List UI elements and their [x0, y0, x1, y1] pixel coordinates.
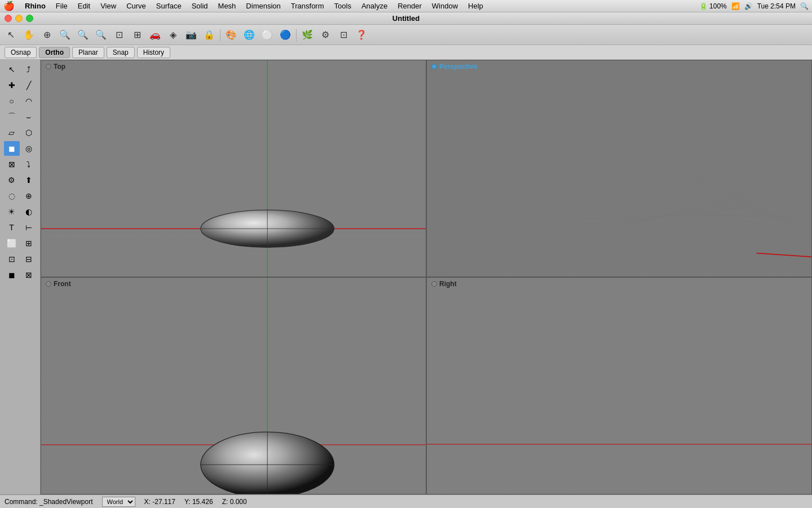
lt-draft[interactable]: T [4, 220, 20, 235]
minimize-button[interactable] [15, 15, 23, 22]
lt-misc1[interactable]: ◼ [4, 268, 20, 282]
snap-snap[interactable]: Snap [107, 47, 135, 58]
menu-render[interactable]: Render [393, 1, 426, 11]
menu-time: Tue 2:54 PM [757, 2, 796, 10]
sphere[interactable]: ⚪ [259, 27, 276, 43]
select-tool[interactable]: ↖ [2, 27, 19, 43]
lt-analyze2[interactable]: ⊕ [21, 189, 37, 203]
lt-select[interactable]: ↖ [4, 62, 20, 77]
grass[interactable]: 🌿 [299, 27, 316, 43]
status-world-container: World [102, 497, 135, 507]
menu-analyze[interactable]: Analyze [357, 1, 392, 11]
lt-row-8: ⚙ ⬆ [4, 173, 37, 187]
menu-help[interactable]: Help [464, 1, 488, 11]
menu-edit[interactable]: Edit [73, 1, 95, 11]
lt-row-6: ◼ ◎ [4, 141, 37, 156]
maximize-button[interactable] [26, 15, 33, 22]
lt-row-7: ⊠ ⤵ [4, 157, 37, 172]
snap-ortho[interactable]: Ortho [39, 47, 70, 58]
rotate[interactable]: 🚗 [147, 27, 164, 43]
menu-solid[interactable]: Solid [187, 1, 213, 11]
status-x: X: -27.117 [144, 498, 175, 506]
lt-dim[interactable]: ⊢ [21, 220, 37, 235]
menu-rhino[interactable]: Rhino [20, 1, 50, 11]
lt-row-3: ○ ◠ [4, 94, 37, 108]
globe[interactable]: 🌐 [241, 27, 258, 43]
lt-transform2[interactable]: ⬆ [21, 173, 37, 187]
lt-circle[interactable]: ○ [4, 94, 20, 108]
lt-transform1[interactable]: ⚙ [4, 173, 20, 187]
camera[interactable]: 📷 [183, 27, 200, 43]
toolbar-separator-2 [296, 29, 297, 41]
lt-polygon[interactable]: ⬡ [21, 125, 37, 140]
lt-lasso[interactable]: ⤴ [21, 62, 37, 77]
svg-rect-46 [427, 278, 811, 494]
render-btn[interactable]: 🔵 [277, 27, 294, 43]
menubar: 🍎 Rhino File Edit View Curve Surface Sol… [0, 0, 812, 12]
viewport-right[interactable]: y z Right [426, 277, 812, 494]
menu-view[interactable]: View [96, 1, 121, 11]
menu-search[interactable]: 🔍 [800, 2, 809, 10]
view-options[interactable]: ◈ [165, 27, 182, 43]
lt-freeform[interactable]: ⌣ [21, 110, 37, 124]
menu-window[interactable]: Window [427, 1, 462, 11]
vp-top-label: Top [46, 63, 65, 71]
pan[interactable]: ⊞ [129, 27, 145, 43]
coordinate-system-select[interactable]: World [102, 497, 135, 507]
zoom-window[interactable]: ⊡ [111, 27, 127, 43]
zoom-extents[interactable]: ⊕ [38, 27, 55, 43]
close-button[interactable] [5, 15, 12, 22]
snap-history[interactable]: History [137, 47, 170, 58]
lt-render2[interactable]: ◐ [21, 204, 37, 219]
menu-tools[interactable]: Tools [330, 1, 356, 11]
transform-tool[interactable]: ⊡ [335, 27, 352, 43]
menu-dimension[interactable]: Dimension [241, 1, 285, 11]
viewport-top[interactable]: y x Top [41, 60, 426, 277]
lt-arc[interactable]: ◠ [21, 94, 37, 108]
menu-surface[interactable]: Surface [152, 1, 186, 11]
menu-file[interactable]: File [51, 1, 72, 11]
color-wheel[interactable]: 🎨 [223, 27, 240, 43]
gear[interactable]: ⚙ [317, 27, 334, 43]
viewport-front[interactable]: x z Front [41, 277, 426, 494]
lt-analyze[interactable]: ◌ [4, 189, 20, 203]
lt-layout2[interactable]: ⊟ [21, 252, 37, 266]
lt-bool1[interactable]: ⬜ [4, 236, 20, 251]
lt-layout1[interactable]: ⊡ [4, 252, 20, 266]
menu-mesh[interactable]: Mesh [214, 1, 241, 11]
zoom-in[interactable]: 🔍 [56, 27, 73, 43]
zoom-select[interactable]: 🔍 [92, 27, 109, 43]
lt-row-5: ▱ ⬡ [4, 125, 37, 140]
lt-row-9: ◌ ⊕ [4, 189, 37, 203]
menu-wifi: 📶 [731, 2, 740, 10]
vp-right-label: Right [431, 280, 457, 288]
lt-mesh[interactable]: ⊠ [4, 157, 20, 172]
lt-render1[interactable]: ☀ [4, 204, 20, 219]
menu-battery: 🔋 100% [699, 2, 727, 10]
menu-curve[interactable]: Curve [122, 1, 151, 11]
hand-tool[interactable]: ✋ [20, 27, 37, 43]
snap-osnap[interactable]: Osnap [5, 47, 37, 58]
viewports: y x Top [41, 60, 812, 494]
lt-line[interactable]: ╱ [21, 78, 37, 93]
lt-solid[interactable]: ◼ [4, 141, 20, 156]
lt-point[interactable]: ✚ [4, 78, 20, 93]
lt-bool2[interactable]: ⊞ [21, 236, 37, 251]
lock[interactable]: 🔒 [201, 27, 218, 43]
help-btn[interactable]: ❓ [353, 27, 370, 43]
apple-menu[interactable]: 🍎 [3, 1, 15, 11]
lt-rectangle[interactable]: ▱ [4, 125, 20, 140]
lt-misc2[interactable]: ⊠ [21, 268, 37, 282]
menu-transform[interactable]: Transform [286, 1, 329, 11]
status-coords: X: -27.117 Y: 15.426 Z: 0.000 [144, 498, 247, 506]
status-z: Z: 0.000 [222, 498, 247, 506]
lt-curve-tool[interactable]: ⤵ [21, 157, 37, 172]
lt-polyline[interactable]: ⌒ [4, 110, 20, 124]
snap-planar[interactable]: Planar [72, 47, 104, 58]
status-y: Y: 15.426 [184, 498, 213, 506]
traffic-lights [5, 15, 33, 22]
lt-row-1: ↖ ⤴ [4, 62, 37, 77]
zoom-out[interactable]: 🔍 [74, 27, 91, 43]
viewport-perspective[interactable]: x y z Perspective [426, 60, 812, 277]
lt-surface[interactable]: ◎ [21, 141, 37, 156]
